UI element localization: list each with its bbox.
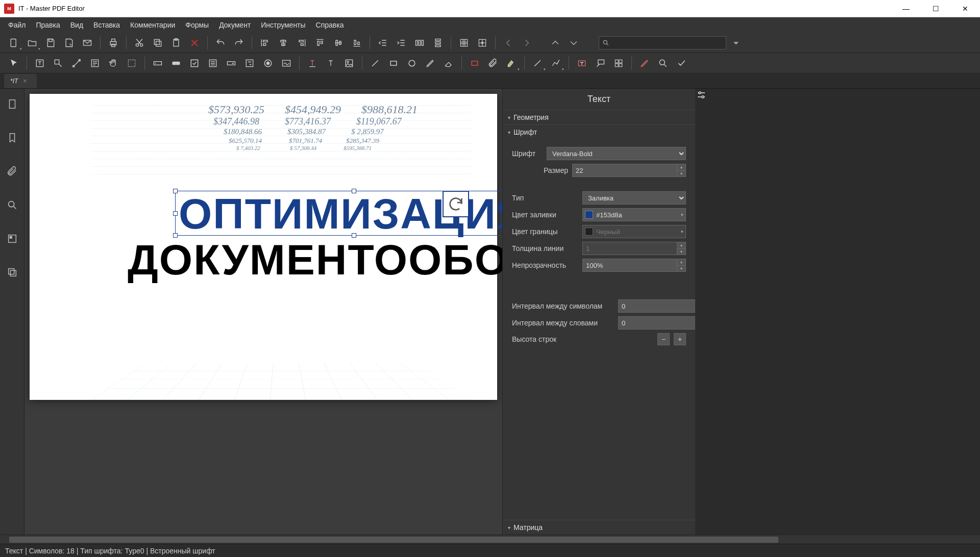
select-tool[interactable] [123,55,140,72]
distribute-h-button[interactable] [411,34,428,52]
check-tool[interactable] [673,55,690,72]
menu-insert[interactable]: Вставка [88,18,125,32]
edit-object-tool[interactable] [50,55,67,72]
tab-close-icon[interactable]: × [23,78,27,85]
insert-text-plain-tool[interactable] [322,55,339,72]
redo-button[interactable] [230,34,248,52]
line-width-input[interactable] [582,242,677,255]
layers-panel-button[interactable] [2,262,22,283]
highlight-tool[interactable]: ▾ [503,55,520,72]
linewidth-spinner[interactable]: ▲▼ [677,242,686,255]
indent-increase-button[interactable] [393,34,410,52]
word-spacing-input[interactable] [618,316,695,330]
menu-comments[interactable]: Комментарии [125,18,180,32]
radio-tool[interactable] [259,55,277,72]
rotate-handle[interactable] [443,191,469,217]
undo-button[interactable] [212,34,229,52]
handle-tm[interactable] [352,189,356,193]
scroll-up-button[interactable] [547,34,564,52]
char-spacing-input[interactable] [618,299,695,313]
insert-image-tool[interactable] [340,55,358,72]
fill-color-picker[interactable]: #153d8a ▾ [582,208,686,221]
align-bottom-button[interactable] [348,34,365,52]
polyline-tool[interactable]: ▾ [547,55,565,72]
checkbox-tool[interactable] [186,55,203,72]
grid-button[interactable] [455,34,473,52]
line-height-minus[interactable]: − [657,333,670,345]
menu-document[interactable]: Документ [214,18,256,32]
document-tab[interactable]: *IT × [4,74,37,88]
line-annot-tool[interactable]: ▾ [529,55,546,72]
save-button[interactable] [42,34,59,52]
line-tool[interactable] [366,55,384,72]
listbox-tool[interactable] [204,55,222,72]
stamp-tool[interactable] [610,55,627,72]
page[interactable]: $573,930.25 $454,949.29 $988,618.21 $347… [30,94,497,400]
insert-text-tool[interactable] [304,55,321,72]
text-field-tool[interactable] [149,55,166,72]
align-left-button[interactable] [256,34,274,52]
align-middle-button[interactable] [330,34,347,52]
font-select[interactable]: Verdana-Bold [547,147,686,160]
next-page-button[interactable] [518,34,535,52]
bookmarks-panel-button[interactable] [2,128,22,148]
thumbnails-panel-button[interactable] [2,229,22,249]
hand-tool[interactable] [105,55,122,72]
section-matrix-header[interactable]: ▾ Матрица [503,520,695,535]
line-height-plus[interactable]: + [674,333,686,345]
scroll-down-button[interactable] [565,34,582,52]
edit-forms-tool[interactable] [86,55,104,72]
opacity-spinner[interactable]: ▲▼ [677,259,686,272]
maximize-button[interactable]: ☐ [921,0,950,17]
edit-text-tool[interactable] [31,55,48,72]
button-tool[interactable] [167,55,185,72]
rectangle-tool[interactable] [385,55,402,72]
menu-file[interactable]: Файл [3,18,31,32]
attachment-tool[interactable] [484,55,502,72]
text-box-tool[interactable] [573,55,591,72]
horizontal-scrollbar[interactable] [0,535,980,544]
cut-button[interactable] [131,34,148,52]
zoom-tool[interactable] [654,55,672,72]
print-button[interactable] [105,34,122,52]
prev-page-button[interactable] [500,34,517,52]
edit-vector-tool[interactable] [68,55,85,72]
pages-panel-button[interactable] [2,94,22,114]
section-geometry-header[interactable]: ▾ Геометрия [503,110,695,124]
callout-tool[interactable] [592,55,609,72]
measure-tool[interactable] [636,55,653,72]
search-box[interactable] [599,36,726,49]
attachments-panel-button[interactable] [2,161,22,182]
snap-button[interactable] [474,34,491,52]
stroke-color-picker[interactable]: Черный ▾ [582,225,686,238]
ellipse-tool[interactable] [403,55,421,72]
menu-edit[interactable]: Правка [31,18,65,32]
menu-forms[interactable]: Формы [180,18,214,32]
minimize-button[interactable]: — [891,0,921,17]
link-rect-tool[interactable] [466,55,483,72]
delete-button[interactable] [186,34,203,52]
signature-tool[interactable] [278,55,295,72]
pencil-tool[interactable] [422,55,439,72]
eraser-tool[interactable] [440,55,457,72]
search-options-button[interactable] [727,34,745,52]
handle-tl[interactable] [173,189,178,193]
size-spinner[interactable]: ▲▼ [677,164,686,177]
text-object-secondary[interactable]: ДОКУМЕНТООБОРОТА [128,238,502,281]
distribute-v-button[interactable] [429,34,447,52]
copy-button[interactable] [149,34,166,52]
combobox-tool[interactable] [223,55,240,72]
email-button[interactable] [79,34,96,52]
save-as-button[interactable] [60,34,78,52]
search-input[interactable] [612,39,723,46]
handle-ml[interactable] [173,211,178,216]
indent-decrease-button[interactable] [374,34,391,52]
open-file-button[interactable]: ▾ [23,34,41,52]
section-font-header[interactable]: ▾ Шрифт [503,125,695,139]
close-window-button[interactable]: ✕ [950,0,980,17]
opacity-input[interactable] [582,259,677,272]
menu-view[interactable]: Вид [65,18,88,32]
menu-help[interactable]: Справка [311,18,349,32]
pointer-tool[interactable] [5,55,22,72]
align-right-button[interactable] [293,34,310,52]
